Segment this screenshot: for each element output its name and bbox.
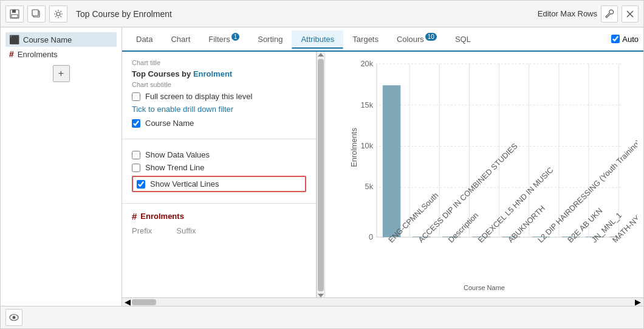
chart-x-label: Course Name: [331, 284, 637, 291]
tab-targets[interactable]: Targets: [343, 30, 388, 48]
chart-title-section: Chart title Top Courses by Enrolment Cha…: [122, 52, 316, 139]
auto-label: Auto: [622, 35, 639, 44]
top-bar-right: Editor Max Rows: [538, 5, 639, 23]
chart-svg: 20k 15k 10k 5k 0: [331, 58, 637, 273]
tab-data[interactable]: Data: [127, 30, 162, 48]
panel-content: Chart title Top Courses by Enrolment Cha…: [122, 52, 643, 297]
svg-text:15k: 15k: [361, 100, 374, 109]
bottom-bar: [1, 306, 643, 328]
svg-point-5: [57, 12, 60, 16]
enrolments-section: # Enrolments Prefix Suffix: [122, 204, 316, 243]
chart-title-label: Chart title: [132, 59, 306, 66]
full-screen-row: Full screen to display this level: [132, 92, 306, 101]
enrolments-hash: #: [132, 211, 137, 221]
filters-badge: 1: [231, 33, 240, 41]
scroll-right-arrow[interactable]: ▶: [634, 299, 642, 305]
copy-button[interactable]: [27, 5, 46, 23]
sidebar: ⬛ Course Name # Enrolments +: [1, 27, 122, 306]
bottom-scroll-thumb[interactable]: [132, 299, 156, 305]
display-options-section: Show Data Values Show Trend Line Show Ve…: [122, 139, 316, 204]
settings-button[interactable]: [49, 5, 67, 23]
cube-icon: ⬛: [9, 35, 19, 44]
show-data-values-row: Show Data Values: [132, 150, 306, 159]
scroll-up-arrow[interactable]: [318, 53, 324, 57]
vertical-scrollbar[interactable]: [317, 52, 325, 297]
content-area: ⬛ Course Name # Enrolments + Data Chart …: [1, 27, 643, 306]
sidebar-item-enrolments-label: Enrolments: [18, 50, 58, 59]
show-vertical-lines-row: Show Vertical Lines: [132, 176, 306, 192]
course-name-label: Course Name: [145, 119, 194, 128]
svg-text:5k: 5k: [365, 182, 374, 191]
editor-max-rows-label: Editor Max Rows: [538, 9, 597, 18]
bottom-scrollbar[interactable]: ◀ ▶: [122, 297, 643, 306]
prefix-label: Prefix: [132, 226, 152, 235]
scroll-left-arrow[interactable]: ◀: [123, 299, 132, 305]
colours-badge: 10: [425, 33, 437, 41]
chart-area: 20k 15k 10k 5k 0: [325, 52, 643, 297]
svg-rect-4: [32, 10, 38, 16]
page-title: Top Course by Enrolment: [71, 9, 534, 19]
tab-colours[interactable]: Colours10: [388, 29, 446, 48]
sidebar-item-course-name[interactable]: ⬛ Course Name: [5, 32, 117, 47]
main-panel: Data Chart Filters1 Sorting Attributes T…: [122, 27, 643, 306]
chart-wrapper: 20k 15k 10k 5k 0: [331, 58, 637, 291]
wrench-button[interactable]: [601, 5, 618, 23]
tab-sorting[interactable]: Sorting: [248, 30, 292, 48]
show-trend-line-label: Show Trend Line: [145, 163, 205, 172]
bar-0[interactable]: [383, 85, 401, 237]
auto-checkbox[interactable]: [611, 35, 620, 43]
drill-filter-link[interactable]: Tick to enable drill down filter: [132, 105, 306, 114]
tab-filters[interactable]: Filters1: [199, 29, 248, 48]
full-screen-checkbox[interactable]: [132, 92, 140, 101]
show-data-values-checkbox[interactable]: [132, 151, 140, 159]
add-field-button[interactable]: +: [53, 65, 70, 82]
svg-text:20k: 20k: [361, 59, 374, 68]
course-name-row: Course Name: [132, 119, 306, 128]
tab-sql[interactable]: SQL: [446, 30, 480, 48]
prefix-suffix-row: Prefix Suffix: [132, 226, 306, 235]
svg-text:10k: 10k: [361, 141, 374, 150]
chart-title-prefix: Top Courses by: [132, 69, 193, 78]
tab-attributes[interactable]: Attributes: [292, 30, 343, 49]
eye-button[interactable]: [5, 309, 22, 326]
show-vertical-lines-checkbox[interactable]: [137, 180, 145, 189]
attributes-panel: Chart title Top Courses by Enrolment Cha…: [122, 52, 317, 297]
sidebar-item-enrolments[interactable]: # Enrolments: [5, 47, 117, 61]
svg-rect-1: [12, 10, 16, 13]
enrolments-title: # Enrolments: [132, 211, 306, 221]
svg-point-38: [13, 316, 16, 319]
enrolments-label: Enrolments: [140, 212, 184, 221]
chart-subtitle-label: Chart subtitle: [132, 81, 306, 88]
save-button[interactable]: [5, 5, 24, 23]
sidebar-item-course-name-label: Course Name: [23, 35, 72, 44]
svg-text:Enrolments: Enrolments: [349, 128, 358, 167]
chart-title-link[interactable]: Enrolment: [193, 69, 232, 78]
show-trend-line-row: Show Trend Line: [132, 163, 306, 172]
svg-text:0: 0: [369, 232, 373, 241]
main-container: Top Course by Enrolment Editor Max Rows …: [0, 0, 644, 329]
auto-checkbox-row: Auto: [611, 35, 639, 44]
show-data-values-label: Show Data Values: [145, 150, 210, 159]
course-name-checkbox[interactable]: [132, 119, 140, 128]
top-bar: Top Course by Enrolment Editor Max Rows: [1, 1, 643, 27]
svg-rect-2: [12, 15, 18, 18]
close-button[interactable]: [622, 5, 639, 23]
chart-title-value: Top Courses by Enrolment: [132, 69, 306, 78]
full-screen-label: Full screen to display this level: [145, 92, 252, 101]
show-vertical-lines-label: Show Vertical Lines: [150, 179, 219, 189]
show-trend-line-checkbox[interactable]: [132, 164, 140, 172]
scroll-thumb[interactable]: [318, 59, 324, 291]
hash-icon: #: [9, 49, 14, 59]
tabs-bar: Data Chart Filters1 Sorting Attributes T…: [122, 27, 643, 52]
tab-right: Auto: [611, 35, 639, 44]
suffix-label: Suffix: [176, 226, 196, 235]
tab-chart[interactable]: Chart: [162, 30, 199, 48]
